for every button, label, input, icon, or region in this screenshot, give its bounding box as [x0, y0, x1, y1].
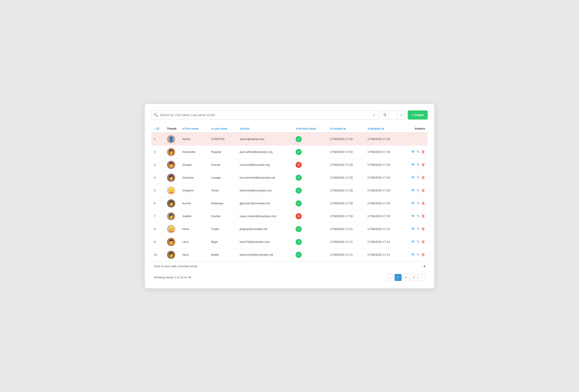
verified-yes-icon: ✓: [295, 200, 302, 206]
cell-created-at: 17/08/2020 17:20: [327, 171, 364, 184]
pagination-page-1[interactable]: 1: [395, 274, 402, 281]
edit-button[interactable]: ✎: [417, 150, 420, 154]
delete-button[interactable]: 🗑: [421, 253, 425, 257]
col-email[interactable]: ⇅Email: [237, 125, 293, 133]
edit-button[interactable]: ✎: [417, 252, 420, 257]
avatar: 👩: [167, 212, 175, 220]
col-actions: Actions: [402, 125, 428, 133]
cell-updated-at: 17/08/2020 17:20: [365, 171, 402, 184]
cell-verified-email: ✓: [293, 171, 327, 184]
view-button[interactable]: 👁: [411, 175, 415, 180]
cell-updated-at: 17/08/2020 17:20: [365, 210, 402, 223]
cell-thumb: 👱: [164, 184, 180, 197]
col-thumb: Thumb: [164, 125, 180, 133]
per-page-wrapper: ☰ 10 ✓: [381, 110, 406, 120]
view-button[interactable]: 👁: [411, 214, 415, 219]
col-created-at[interactable]: ⇅Created at: [327, 125, 364, 133]
view-button[interactable]: 👁: [411, 150, 415, 154]
cell-created-at: 17/08/2020 17:20: [327, 197, 364, 210]
search-input[interactable]: [160, 113, 371, 117]
cell-verified-email: ✕: [293, 158, 327, 171]
pagination-page-2[interactable]: 2: [402, 274, 409, 281]
cell-actions: 👁✎🗑: [402, 171, 428, 184]
cell-last-name: Lesage: [209, 171, 237, 184]
cell-created-at: 17/08/2020 17:20: [327, 146, 364, 158]
delete-button[interactable]: 🗑: [421, 175, 425, 180]
avatar: 👱: [167, 186, 175, 195]
avatar: 👩: [167, 251, 175, 259]
cell-thumb: 👨: [164, 158, 180, 171]
cell-first-name: Antoinette: [180, 146, 209, 158]
cell-email: jdupuy@example.net: [237, 223, 293, 235]
cell-updated-at: 17/08/2020 17:21: [365, 235, 402, 248]
table-row: 5👱GrégoireTexiernlecomte@example.com✓17/…: [151, 184, 428, 197]
delete-button[interactable]: 🗑: [421, 227, 425, 231]
view-button[interactable]: 👁: [411, 163, 415, 167]
delete-button[interactable]: 🗑: [421, 163, 425, 167]
verified-yes-icon: ✓: [295, 252, 302, 258]
avatar: 👨: [167, 161, 175, 169]
cell-verified-email: ✓: [293, 197, 327, 210]
delete-button[interactable]: 🗑: [421, 214, 425, 219]
cell-thumb: 👩: [164, 146, 180, 158]
cell-first-name: Zacharie: [180, 171, 209, 184]
cell-last-name: Turpin: [209, 223, 237, 235]
view-button[interactable]: 👁: [411, 201, 415, 206]
edit-button[interactable]: ✎: [417, 175, 420, 180]
cell-actions: 👁✎🗑: [402, 184, 428, 197]
delete-button[interactable]: 🗑: [421, 201, 425, 206]
cell-email: jean.alfred@example.org: [237, 146, 293, 158]
view-button[interactable]: 👁: [411, 188, 415, 193]
cell-actions: 👁✎🗑: [402, 197, 428, 210]
cell-thumb: 👩: [164, 210, 180, 223]
table-row: 6👩AuroreDelahayegbouvier@example.net✓17/…: [151, 197, 428, 210]
create-button[interactable]: + Create: [408, 110, 428, 120]
col-verified-email[interactable]: ⇅Verified email: [293, 125, 327, 133]
edit-button[interactable]: ✎: [417, 239, 420, 244]
delete-button[interactable]: 🗑: [421, 240, 425, 244]
view-button[interactable]: 👁: [411, 253, 415, 257]
view-button[interactable]: 👁: [411, 227, 415, 231]
sort-arrow-verified: ⇅: [295, 128, 297, 130]
cell-id: 7: [151, 210, 164, 223]
cell-first-name: Admin: [180, 133, 209, 146]
cell-email: luce.bernard@example.net: [237, 171, 293, 184]
search-icon: 🔍: [154, 113, 158, 117]
cell-id: 2: [151, 146, 164, 158]
col-updated-at[interactable]: ⇅Updated at: [365, 125, 402, 133]
search-confirm-button[interactable]: ✓: [371, 113, 376, 117]
view-button[interactable]: 👁: [411, 240, 415, 244]
col-first-name[interactable]: ⇅First name: [180, 125, 209, 133]
pagination-prev[interactable]: ‹: [387, 274, 394, 281]
edit-button[interactable]: ✎: [417, 201, 420, 206]
per-page-input[interactable]: 10: [389, 113, 397, 117]
delete-button[interactable]: 🗑: [421, 150, 425, 154]
cell-actions: 👁✎🗑: [402, 158, 428, 171]
cell-created-at: 17/08/2020 17:21: [327, 248, 364, 261]
cell-last-name: Mallet: [209, 248, 237, 261]
table-row: 8👱HenriTurpinjdupuy@example.net✓17/08/20…: [151, 223, 428, 235]
per-page-confirm-button[interactable]: ✓: [397, 111, 405, 119]
cell-email: admin@starter.test: [237, 133, 293, 146]
edit-button[interactable]: ✎: [417, 162, 420, 167]
verified-yes-icon: ✓: [295, 136, 302, 142]
sort-arrow-updated: ⇅: [367, 128, 369, 130]
sort-arrow-firstname: ⇅: [182, 128, 184, 130]
pagination-next[interactable]: ›: [418, 274, 425, 281]
col-last-name[interactable]: ⇅Last name: [209, 125, 237, 133]
cell-updated-at: 17/08/2020 17:20: [365, 184, 402, 197]
edit-button[interactable]: ✎: [417, 188, 420, 193]
col-id[interactable]: ▲ID: [151, 125, 164, 133]
edit-button[interactable]: ✎: [417, 227, 420, 231]
edit-button[interactable]: ✎: [417, 214, 420, 219]
avatar: 👨: [167, 238, 175, 246]
list-icon: ☰: [381, 111, 389, 119]
sort-arrow-id: ▲: [154, 128, 156, 130]
sort-arrow-email: ⇅: [240, 128, 241, 130]
pagination-bar: Showing results 1 to 10 on 30 ‹ 1 2 3 ›: [151, 271, 428, 282]
unverified-count: 4: [424, 265, 425, 268]
delete-button[interactable]: 🗑: [421, 188, 425, 193]
users-table: ▲ID Thumb ⇅First name ⇅Last name ⇅Email …: [151, 125, 428, 261]
pagination-page-3[interactable]: 3: [410, 274, 417, 281]
table-header-row: ▲ID Thumb ⇅First name ⇅Last name ⇅Email …: [151, 125, 428, 133]
